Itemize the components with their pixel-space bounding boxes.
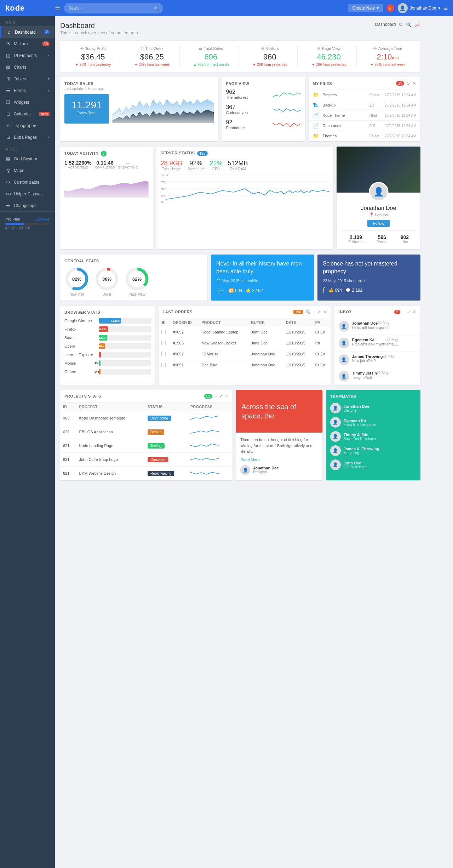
my-files-card: MY FILES 29 ↻ ✕ 📁 Projects Folder 27/2/2…	[309, 77, 421, 141]
mobile-pct: 1%	[93, 361, 99, 365]
inbox-message-2[interactable]: 👤 Egemem Ka 22 May Problems look mighty …	[334, 335, 421, 352]
inbox-header: INBOX 9 − ⤢ ✕	[334, 306, 421, 318]
expand-projects-icon[interactable]: ⤢	[219, 394, 223, 399]
arrow-icon: ▾	[48, 53, 50, 57]
close-inbox-icon[interactable]: ✕	[413, 309, 416, 314]
browser-list: Google Chrome 42.8% Firefox 16.9%	[64, 318, 151, 375]
pv-num-3: 92	[226, 119, 245, 126]
row-buyer-4: Jonathan Doe	[248, 360, 283, 371]
close-projects-icon[interactable]: ✕	[225, 394, 228, 399]
sidebar-item-changelogs[interactable]: ☰ Changelogs	[0, 200, 55, 211]
proj-id-2: 620	[60, 425, 76, 439]
row-check-1[interactable]	[159, 327, 170, 338]
sidebar-item-extra-pages[interactable]: ⊡ Extra Pages ▾	[0, 131, 55, 143]
followers-label: Followers	[348, 240, 363, 244]
file-date-themes: 27/2/2015 12:34 AM	[385, 134, 417, 138]
today-sales-inner: 11.291 Today Total	[64, 94, 214, 124]
row-product-1: Kode Gaming Laptop	[199, 327, 248, 338]
file-type-themes: Folder	[369, 134, 382, 138]
file-date-backup: 27/2/2015 12:34 AM	[385, 103, 417, 107]
col-date: DATE	[283, 318, 312, 327]
proj-progress-1	[188, 411, 233, 425]
status-badge-5: Reply waiting	[148, 471, 174, 476]
teammate-role-2: Front-End Developer	[344, 423, 377, 427]
today-activity-card: TODAY ACTIVITY 0 1:52:2260% Active Time …	[60, 147, 153, 249]
minimize-inbox-icon[interactable]: −	[402, 309, 405, 314]
blog-body: There can be no thought of finishing for…	[236, 433, 322, 479]
lines-icon[interactable]: ≡	[444, 5, 448, 12]
pv-name-3: Photodune	[226, 126, 245, 130]
sidebar-label-helper: Helper Classes	[14, 192, 50, 196]
refresh-icon[interactable]: ↻	[398, 22, 403, 27]
widgets-icon: ❏	[5, 99, 11, 105]
chart-icon[interactable]: 📈	[414, 22, 420, 27]
sidebar-item-tables[interactable]: ⊞ Tables ▾	[0, 73, 55, 85]
sidebar-item-forms[interactable]: ☰ Forms ▾	[0, 85, 55, 96]
read-more-link[interactable]: Read More	[240, 458, 259, 462]
orders-table-header: 🗑 ORDER ID PRODUCT BUYER DATE PA	[159, 318, 331, 327]
checkbox-4[interactable]	[161, 363, 166, 367]
blog-author-avatar: 👤	[240, 465, 250, 475]
calendar-new-badge: NEW	[39, 112, 50, 116]
donut-label-3: 62%	[132, 276, 142, 282]
svg-text:50: 50	[161, 187, 166, 190]
refresh-files-icon[interactable]: ↻	[406, 81, 410, 86]
firefox-bar-wrap: 16.9%	[99, 326, 151, 332]
sidebar-item-calendar[interactable]: ◻ Calendar NEW	[0, 108, 55, 120]
sidebar-item-customizable[interactable]: ⚙ Customizable	[0, 176, 55, 188]
expand-inbox-icon[interactable]: ⤢	[407, 309, 411, 314]
projects-table-header: ID PROJECT STATUS PROGRESS	[60, 402, 233, 411]
stat-change-profit: ▼ 26% from yesterday	[69, 63, 117, 67]
user-menu[interactable]: 👤 Jonathan Doe ▾	[398, 3, 441, 13]
teammate-1: 👤 Jonathan Doe Designer	[330, 403, 417, 413]
expand-orders-icon[interactable]: ⤢	[317, 309, 321, 314]
sidebar-item-typography[interactable]: A Typography	[0, 120, 55, 131]
create-new-button[interactable]: Create New ▾	[348, 4, 383, 12]
checkbox-2[interactable]	[161, 341, 166, 345]
inbox-message-1[interactable]: 👤 Jonathan Doe 22 May Hello, m8 how is g…	[334, 318, 421, 335]
inbox-message-3[interactable]: 👤 James Throwing 22 May New job offer ?	[334, 352, 421, 368]
profile-stat-likes: 902 Like	[401, 234, 409, 244]
minimize-projects-icon[interactable]: −	[214, 394, 217, 399]
notification-badge[interactable]: 6	[386, 4, 394, 12]
search-input[interactable]	[68, 6, 153, 11]
sidebar-item-mailbox[interactable]: ✉ Mailbox 19	[0, 38, 55, 50]
home-icon: ⌂	[6, 29, 12, 35]
sidebar-label-mailbox: Mailbox	[14, 41, 39, 46]
sidebar-item-grid[interactable]: ▦ Grid System	[0, 153, 55, 165]
checkbox-1[interactable]	[161, 330, 166, 334]
row-check-2[interactable]	[159, 338, 170, 349]
inbox-preview-3: New job offer ?	[352, 359, 395, 363]
close-files-icon[interactable]: ✕	[412, 81, 416, 86]
sidebar-item-helper[interactable]: </> Helper Classes	[0, 188, 55, 200]
minimize-orders-icon[interactable]: −	[313, 309, 315, 314]
blog-card: Across the sea of space, the There can b…	[236, 390, 322, 480]
sidebar-item-maps[interactable]: ◎ Maps	[0, 165, 55, 176]
search-page-icon[interactable]: 🔍	[406, 22, 412, 27]
sidebar-item-widgets[interactable]: ❏ Widgets	[0, 96, 55, 108]
upgrade-link[interactable]: Upgrade	[35, 217, 50, 221]
menu-icon[interactable]: ☰	[55, 4, 61, 12]
close-orders-icon[interactable]: ✕	[323, 309, 327, 314]
inbox-message-4[interactable]: 👤 Timmy Jefsin 22 May Tonight Party	[334, 368, 421, 385]
sidebar-item-ui-elements[interactable]: ◫ UI Elements ▾	[0, 50, 55, 61]
twitter-shares: ⭐ 2.192	[246, 288, 263, 293]
mail-icon: ✉	[5, 41, 11, 46]
last-orders-card: LAST ORDERS 196 🔍 − ⤢ ✕ 🗑 ORDER ID PRODU…	[159, 306, 331, 385]
file-projects: 📁 Projects Folder 27/2/2015 12:34 AM	[309, 90, 421, 100]
row-check-4[interactable]	[159, 360, 170, 371]
col-proj-status: STATUS	[145, 402, 188, 411]
donut-2: 30%	[94, 267, 119, 291]
follow-button[interactable]: Follow	[367, 220, 390, 227]
sidebar-item-dashboard[interactable]: ⌂ Dashboard 2	[0, 26, 55, 38]
page-header: Dashboard This is a quick overview of so…	[60, 22, 420, 35]
proj-id-3: 621	[60, 439, 76, 453]
followers-val: 2.109	[348, 234, 363, 240]
row-check-3[interactable]	[159, 349, 170, 360]
orders-header: LAST ORDERS 196 🔍 − ⤢ ✕	[159, 306, 331, 318]
checkbox-3[interactable]	[161, 352, 166, 356]
stat-change-sales: ▲ 269 from last month	[187, 63, 235, 67]
sidebar-item-charts[interactable]: ▦ Charts	[0, 61, 55, 73]
search-orders-icon[interactable]: 🔍	[305, 309, 311, 314]
proj-status-2: Design	[145, 425, 188, 439]
